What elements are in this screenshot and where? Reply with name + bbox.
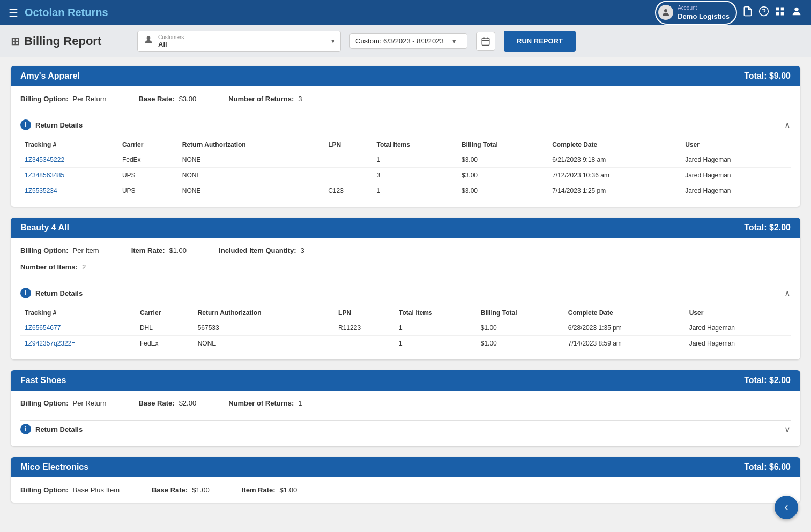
- base-rate-item: Base Rate: $2.00: [138, 399, 196, 407]
- chevron-down-icon: ▾: [331, 37, 335, 45]
- num-returns-value: 3: [298, 95, 302, 103]
- num-returns-label: Number of Returns:: [228, 399, 294, 407]
- billing-info-beauty-row2: Number of Items: 2: [11, 263, 800, 280]
- svg-rect-6: [781, 12, 784, 16]
- calendar-button[interactable]: [476, 32, 495, 51]
- customer-header-mico: Mico Electronics Total: $6.00: [11, 457, 800, 477]
- billing-option-item: Billing Option: Per Return: [20, 95, 106, 103]
- help-icon[interactable]: [758, 6, 769, 19]
- customer-total: Total: $2.00: [744, 223, 791, 233]
- item-rate-value: $1.00: [169, 246, 187, 254]
- account-badge[interactable]: Account Demo Logistics: [655, 1, 737, 24]
- base-rate-item: Base Rate: $3.00: [138, 95, 196, 103]
- tracking-link[interactable]: 1Z942357q2322=: [25, 340, 75, 347]
- ra-cell: NONE: [178, 152, 324, 168]
- billing-option-value: Per Return: [73, 95, 107, 103]
- customer-name: Fast Shoes: [20, 376, 66, 385]
- return-details-fast-shoes: i Return Details ∨: [11, 416, 800, 446]
- date-cell: 6/21/2023 9:18 am: [548, 152, 681, 168]
- svg-point-0: [664, 9, 667, 12]
- item-rate-item: Item Rate: $1.00: [131, 246, 187, 254]
- tracking-link[interactable]: 1Z5535234: [25, 187, 57, 194]
- base-rate-value: $1.00: [192, 486, 210, 494]
- user-cell: Jared Hageman: [681, 168, 791, 183]
- col-ra: Return Authorization: [194, 306, 334, 320]
- return-details-amys: i Return Details ∧ Tracking # Carrier Re…: [11, 111, 800, 207]
- svg-rect-5: [776, 12, 779, 16]
- col-billing: Billing Total: [457, 138, 548, 152]
- billing-option-label: Billing Option:: [20, 486, 69, 494]
- lpn-cell: [334, 336, 395, 351]
- base-rate-label: Base Rate:: [138, 95, 174, 103]
- run-report-button[interactable]: RUN REPORT: [504, 31, 576, 52]
- date-cell: 7/12/2023 10:36 am: [548, 168, 681, 183]
- tracking-link[interactable]: 1Z65654677: [25, 324, 61, 332]
- svg-point-7: [794, 8, 798, 11]
- num-returns-label: Number of Returns:: [228, 95, 294, 103]
- col-date: Complete Date: [548, 138, 681, 152]
- nav-right: Account Demo Logistics: [655, 1, 802, 24]
- customer-name: Mico Electronics: [20, 462, 88, 472]
- document-icon[interactable]: [742, 6, 753, 19]
- tracking-link[interactable]: 1Z345345222: [25, 156, 64, 163]
- num-items-item: Number of Items: 2: [20, 263, 86, 271]
- table-row: 1Z348563485 UPS NONE 3 $3.00 7/12/2023 1…: [20, 168, 791, 183]
- main-content: Amy's Apparel Total: $9.00 Billing Optio…: [0, 57, 811, 522]
- svg-point-8: [147, 36, 151, 40]
- customer-card-beauty4all: Beauty 4 All Total: $2.00 Billing Option…: [11, 218, 800, 359]
- return-details-toggle[interactable]: i Return Details ∧: [20, 284, 791, 302]
- return-details-toggle[interactable]: i Return Details ∧: [20, 116, 791, 133]
- customer-card-mico: Mico Electronics Total: $6.00 Billing Op…: [11, 457, 800, 503]
- table-row: 1Z65654677 DHL 567533 R11223 1 $1.00 6/2…: [20, 320, 791, 336]
- user-cell: Jared Hageman: [685, 336, 791, 351]
- carrier-cell: FedEx: [136, 336, 194, 351]
- item-rate-item: Item Rate: $1.00: [242, 486, 297, 494]
- page-title: ⊞ Billing Report: [11, 34, 129, 48]
- included-qty-value: 3: [301, 246, 304, 254]
- item-rate-label: Item Rate:: [131, 246, 165, 254]
- billing-option-item: Billing Option: Per Return: [20, 399, 106, 407]
- carrier-cell: FedEx: [118, 152, 178, 168]
- user-cell: Jared Hageman: [685, 320, 791, 336]
- ra-cell: NONE: [194, 336, 334, 351]
- billing-option-label: Billing Option:: [20, 399, 69, 407]
- items-cell: 3: [372, 168, 457, 183]
- user-cell: Jared Hageman: [681, 152, 791, 168]
- date-cell: 6/28/2023 1:35 pm: [564, 320, 685, 336]
- hamburger-icon[interactable]: ☰: [9, 6, 18, 19]
- billing-option-item: Billing Option: Base Plus Item: [20, 486, 120, 494]
- return-details-label: Return Details: [35, 289, 83, 297]
- customer-total: Total: $2.00: [744, 376, 791, 385]
- date-range-dropdown[interactable]: Custom: 6/3/2023 - 8/3/2023 ▾: [349, 33, 467, 49]
- user-icon[interactable]: [791, 5, 802, 20]
- col-carrier: Carrier: [118, 138, 178, 152]
- col-tracking: Tracking #: [20, 306, 136, 320]
- num-items-label: Number of Items:: [20, 263, 78, 271]
- customer-header-fast-shoes: Fast Shoes Total: $2.00: [11, 370, 800, 391]
- grid-icon[interactable]: [775, 6, 785, 19]
- page-title-text: Billing Report: [24, 34, 101, 48]
- billing-info-amys: Billing Option: Per Return Base Rate: $3…: [11, 86, 800, 111]
- billing-icon: ⊞: [11, 35, 20, 48]
- col-tracking: Tracking #: [20, 138, 118, 152]
- avatar: [658, 5, 673, 20]
- scroll-button[interactable]: ‹: [775, 496, 798, 519]
- items-cell: 1: [395, 320, 477, 336]
- return-table-beauty: Tracking # Carrier Return Authorization …: [20, 306, 791, 351]
- customer-name: Beauty 4 All: [20, 223, 69, 233]
- table-row: 1Z5535234 UPS NONE C123 1 $3.00 7/14/202…: [20, 183, 791, 199]
- svg-rect-9: [482, 38, 489, 46]
- date-range-text: Custom: 6/3/2023 - 8/3/2023: [355, 37, 444, 45]
- customers-label: Customers: [158, 34, 184, 40]
- tracking-link[interactable]: 1Z348563485: [25, 171, 64, 179]
- customers-dropdown[interactable]: Customers All ▾: [137, 31, 341, 52]
- carrier-cell: DHL: [136, 320, 194, 336]
- return-details-label: Return Details: [35, 425, 83, 433]
- return-details-toggle[interactable]: i Return Details ∨: [20, 420, 791, 438]
- collapse-icon: ∧: [784, 120, 791, 130]
- account-name: Demo Logistics: [678, 12, 730, 21]
- header-bar: ⊞ Billing Report Customers All ▾ Custom:…: [0, 25, 811, 57]
- billing-info-fast-shoes: Billing Option: Per Return Base Rate: $2…: [11, 391, 800, 416]
- info-icon: i: [20, 288, 31, 298]
- billing-option-item: Billing Option: Per Item: [20, 246, 99, 254]
